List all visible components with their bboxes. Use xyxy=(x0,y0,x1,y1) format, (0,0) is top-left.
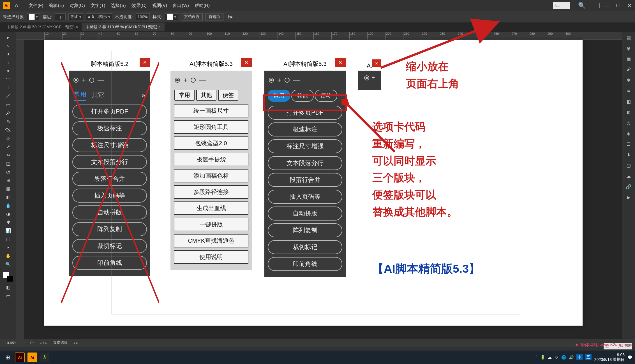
horizontal-ruler: 1020304050607080901001101201301401501601… xyxy=(16,32,622,40)
tray-network-icon[interactable]: 🌐 xyxy=(561,355,566,360)
pen-tool-icon[interactable]: ✒ xyxy=(5,68,11,74)
close-button[interactable]: ✕ xyxy=(624,3,635,9)
artboard-tool-icon[interactable]: ▢ xyxy=(5,236,11,242)
selection-tool-icon[interactable]: ▸ xyxy=(5,34,11,40)
notification-icon[interactable]: 💬 xyxy=(627,355,632,360)
docsetup-button[interactable]: 文档设置 xyxy=(181,13,203,20)
properties-panel-icon[interactable]: ▤ xyxy=(625,34,632,41)
edit-toolbar-icon[interactable]: ··· xyxy=(5,301,11,307)
artboards-panel-icon[interactable]: ▢ xyxy=(625,162,632,169)
screen-mode-icon[interactable]: ▭ xyxy=(5,293,11,299)
rectangle-tool-icon[interactable]: ▭ xyxy=(5,101,11,108)
style-swatch[interactable]: ▾ xyxy=(165,13,178,20)
scale-tool-icon[interactable]: ⤢ xyxy=(5,143,11,150)
radio-on-icon[interactable] xyxy=(73,78,78,83)
uniform-dropdown[interactable]: 等比▾ xyxy=(68,13,83,20)
doc-tab-2[interactable]: 未标题-2 @ 110.65 % (CMYK/CPU 预览) × xyxy=(82,23,165,31)
gradient-tool-icon[interactable]: ◧ xyxy=(5,194,11,200)
artboard: 脚本精简版5.2 × + — 常用 其它 » 打开多页PDF极速标注标注尺寸增强… xyxy=(44,40,583,326)
home-icon[interactable]: ⌂ xyxy=(13,2,20,9)
menu-type[interactable]: 文字(T) xyxy=(88,3,108,9)
menu-view[interactable]: 视图(V) xyxy=(149,3,170,9)
tab-common[interactable]: 常用 xyxy=(74,90,86,101)
curvature-tool-icon[interactable]: 〰 xyxy=(5,76,11,82)
mesh-tool-icon[interactable]: ▦ xyxy=(5,186,11,192)
arrange-docs-icon[interactable] xyxy=(593,3,600,8)
stroke-panel-icon[interactable]: ≡ xyxy=(625,87,632,94)
eyedropper-tool-icon[interactable]: 💧 xyxy=(5,202,11,208)
graphic-styles-panel-icon[interactable]: ◈ xyxy=(625,130,632,137)
tray-up-icon[interactable]: ˄ xyxy=(535,355,537,360)
tray-volume-icon[interactable]: 🔊 xyxy=(569,355,574,360)
stroke-weight-input[interactable]: 1 pt xyxy=(55,13,65,20)
brush-dropdown[interactable]: ●5 点圆形▾ xyxy=(86,13,112,20)
shaper-tool-icon[interactable]: ✎ xyxy=(5,118,11,124)
fill-stroke-swatches[interactable] xyxy=(3,272,13,282)
start-button[interactable]: ⊞ xyxy=(3,353,12,362)
align-icon[interactable]: ⊧▸ xyxy=(228,14,233,20)
maximize-button[interactable]: ☐ xyxy=(613,3,624,9)
type-tool-icon[interactable]: T xyxy=(5,85,11,91)
gradient-panel-icon[interactable]: ◧ xyxy=(625,98,632,105)
fill-swatch[interactable]: ▾ xyxy=(27,13,40,20)
menu-edit[interactable]: 编辑(E) xyxy=(46,3,66,9)
menu-select[interactable]: 选择(S) xyxy=(108,3,128,9)
doc-tab-1[interactable]: 未标题-2.ai @ 50 % (CMYK/CPU 预览) × xyxy=(3,23,82,31)
perspective-grid-icon[interactable]: ⊞ xyxy=(5,177,11,183)
direct-selection-tool-icon[interactable]: ▹ xyxy=(5,43,11,49)
prefs-button[interactable]: 首选项 xyxy=(205,13,223,20)
hand-tool-icon[interactable]: ✋ xyxy=(5,253,11,259)
search-icon[interactable]: 🔍 xyxy=(578,2,586,9)
taskbar-clock[interactable]: 9:06 2023/8/13 星期日 xyxy=(594,353,625,362)
layers-panel-icon[interactable]: ☰ xyxy=(625,141,632,147)
menu-window[interactable]: 窗口(W) xyxy=(170,3,192,9)
magic-wand-icon[interactable]: ✦ xyxy=(5,51,11,57)
free-transform-icon[interactable]: ◫ xyxy=(5,160,11,166)
tray-battery-icon[interactable]: 🔋 xyxy=(540,355,545,360)
menu-file[interactable]: 文件(F) xyxy=(26,3,46,9)
zoom-tool-icon[interactable]: 🔍 xyxy=(5,261,11,267)
brushes-panel-icon[interactable]: 🖌 xyxy=(625,66,632,73)
swatches-panel-icon[interactable]: ▦ xyxy=(625,55,632,62)
shape-builder-icon[interactable]: ◔ xyxy=(5,169,11,175)
rotate-tool-icon[interactable]: ⟳ xyxy=(5,135,11,141)
actions-panel-icon[interactable]: ▶ xyxy=(625,194,632,201)
watermark-icon: ✦ xyxy=(574,342,579,348)
minimize-button[interactable]: — xyxy=(601,3,613,9)
taskbar-ai-active-icon[interactable]: Ai xyxy=(27,353,37,362)
windows-taskbar: ⊞ Ai Ai § ˄ 🔋 ☁ 🛡 🌐 🔊 中 五 9:06 2023/8/13… xyxy=(0,351,635,364)
radio-off-icon[interactable] xyxy=(89,78,94,83)
tray-ime-wu-icon[interactable]: 五 xyxy=(585,354,592,360)
asset-export-panel-icon[interactable]: ⬇ xyxy=(625,151,632,158)
opacity-input[interactable]: 100% xyxy=(136,13,150,20)
tab-other[interactable]: 其它 xyxy=(92,91,104,100)
taskbar-ai-icon[interactable]: Ai xyxy=(15,353,25,362)
rotate-angle[interactable]: 0° xyxy=(30,341,34,345)
symbols-panel-icon[interactable]: ✱ xyxy=(625,77,632,84)
symbol-sprayer-icon[interactable]: ✱ xyxy=(5,219,11,225)
zoom-level[interactable]: 110.65% xyxy=(3,341,17,345)
color-mode-icon[interactable]: ◧ xyxy=(5,284,11,290)
transparency-panel-icon[interactable]: ◐ xyxy=(625,109,632,115)
top-search-field[interactable]: A... xyxy=(553,2,570,9)
taskbar-app-icon[interactable]: § xyxy=(40,353,49,362)
width-tool-icon[interactable]: ⇔ xyxy=(5,152,11,158)
tray-cloud-icon[interactable]: ☁ xyxy=(548,355,552,360)
appearance-panel-icon[interactable]: ◎ xyxy=(625,119,632,126)
tray-shield-icon[interactable]: 🛡 xyxy=(555,355,558,360)
lasso-tool-icon[interactable]: ⌇ xyxy=(5,59,11,66)
menu-effect[interactable]: 效果(C) xyxy=(129,3,149,9)
line-tool-icon[interactable]: ／ xyxy=(5,93,11,99)
canvas[interactable]: 1020304050607080901001101201301401501601… xyxy=(16,32,622,339)
menu-help[interactable]: 帮助(H) xyxy=(192,3,213,9)
graph-tool-icon[interactable]: 📊 xyxy=(5,228,11,234)
links-panel-icon[interactable]: 🔗 xyxy=(625,183,632,190)
slice-tool-icon[interactable]: ✂ xyxy=(5,244,11,251)
paintbrush-tool-icon[interactable]: 🖌 xyxy=(5,110,11,116)
color-panel-icon[interactable]: ◉ xyxy=(625,45,632,52)
tray-ime-zh-icon[interactable]: 中 xyxy=(576,354,583,360)
menu-object[interactable]: 对象(O) xyxy=(67,3,88,9)
eraser-tool-icon[interactable]: ⌫ xyxy=(5,127,11,133)
libraries-panel-icon[interactable]: ☁ xyxy=(625,173,632,179)
blend-tool-icon[interactable]: ◑ xyxy=(5,211,11,217)
